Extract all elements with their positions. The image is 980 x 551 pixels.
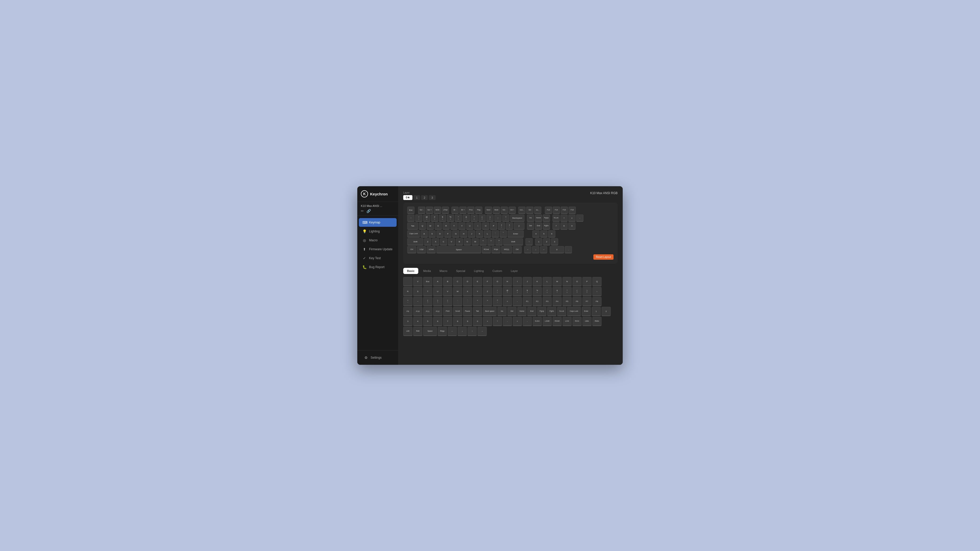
key-a[interactable]: A [421,230,428,238]
key-npad-1[interactable]: 1 [535,238,542,245]
key-minus[interactable]: _- [494,214,501,222]
grid-key-end2[interactable]: End [527,307,536,316]
grid-key-g2[interactable]: 2 [601,307,611,316]
key-npad-5[interactable]: 5 [540,230,547,238]
grid-key-dash[interactable]: _- [592,287,601,296]
grid-key-i[interactable]: I [513,277,522,286]
key-lcmd[interactable]: LCmd [427,246,436,253]
key-o[interactable]: O [482,222,489,230]
grid-key-v2[interactable]: V [443,287,452,296]
grid-key-f12[interactable]: F12 [433,307,442,316]
grid-key-g8[interactable]: 8 [453,317,462,326]
grid-key-f7[interactable]: F7 [582,297,592,306]
grid-key-qslash[interactable]: ?/ [493,297,502,306]
grid-key-r[interactable]: R [403,287,412,296]
key-semicolon[interactable]: :; [492,230,499,238]
grid-key-caret6[interactable]: ^6 [542,287,552,296]
grid-key-ralt[interactable]: RAlt [413,327,422,336]
grid-key-g3[interactable]: 3 [403,317,412,326]
grid-key-pct5[interactable]: %5 [533,287,542,296]
link-icon[interactable]: 🔗 [366,209,371,213]
grid-key-h[interactable]: H [503,277,512,286]
key-ssh[interactable]: SSH... [518,206,525,214]
grid-key-lpar9[interactable]: (9 [573,287,582,296]
grid-key-g1[interactable]: 1 [592,307,601,316]
grid-key-rpar0[interactable]: )0 [582,287,592,296]
grid-key-at2[interactable]: @2 [503,287,512,296]
key-x[interactable]: X [432,238,439,245]
grid-key-capslock[interactable]: Caps Lock [567,307,581,316]
key-rbracket[interactable]: }| [506,222,513,230]
key-space[interactable]: Space [436,246,481,253]
key-8[interactable]: *8 [471,214,478,222]
grid-key-f8[interactable]: F8 [592,297,601,306]
grid-key-f2[interactable]: F2 [533,297,542,306]
key-2[interactable]: @2 [423,214,430,222]
grid-key-rapp[interactable]: RApp [438,327,447,336]
key-mute[interactable]: Mute [493,206,500,214]
key-m[interactable]: M [472,238,479,245]
key-y[interactable]: Y [458,222,466,230]
key-npad-6[interactable]: 6 [548,230,555,238]
key-f13[interactable]: F13 [545,206,552,214]
key-ins[interactable]: Ins [527,214,534,222]
key-backspace[interactable]: Backspace [510,214,525,222]
grid-key-dol4[interactable]: $4 [523,287,532,296]
grid-key-lalt[interactable]: LAlt [403,327,412,336]
key-lopt[interactable]: LOpt [417,246,426,253]
grid-key-g4[interactable]: 4 [413,317,422,326]
sidebar-item-macro[interactable]: ◎ Macro [359,236,396,245]
grid-key-equals[interactable]: = [503,297,512,306]
grid-key-pluseq[interactable]: += [403,297,412,306]
key-rctrl[interactable]: Ctrl [513,246,522,253]
tab-custom[interactable]: Custom [489,268,506,274]
key-ropt[interactable]: ROpt [492,246,501,253]
key-b[interactable]: B [456,238,463,245]
key-tilde[interactable]: ~ [407,214,414,222]
key-arrow-up[interactable]: ↑ [525,238,533,245]
key-enter[interactable]: Enter [508,230,524,238]
grid-key-j[interactable]: J [523,277,532,286]
grid-key-f[interactable]: F [483,277,492,286]
key-r[interactable]: R [442,222,450,230]
tab-special[interactable]: Special [452,268,469,274]
key-npad-4[interactable]: 4 [532,230,539,238]
sidebar-item-keymap[interactable]: ⌨ Keymap [359,218,396,227]
grid-key-b[interactable]: B [443,277,452,286]
grid-key-tilde2[interactable]: ~ [413,297,422,306]
grid-key-rbrace[interactable]: }] [433,297,442,306]
key-j[interactable]: J [468,230,475,238]
grid-key-w[interactable]: W [453,287,462,296]
key-br-plus[interactable]: Br + [460,206,466,214]
key-s[interactable]: S [428,230,436,238]
grid-key-f6[interactable]: F6 [573,297,582,306]
sidebar-item-firmware[interactable]: ⬆ Firmware Update [359,245,396,254]
key-q[interactable]: Q [419,222,426,230]
grid-key-amp7[interactable]: &7 [552,287,562,296]
grid-key-p[interactable]: P [582,277,592,286]
grid-key-gminus2[interactable]: - [523,317,532,326]
tab-basic[interactable]: Basic [403,268,418,274]
grid-key-s[interactable]: S [413,287,422,296]
key-npad-8[interactable]: 8 [560,222,568,230]
tab-media[interactable]: Media [419,268,434,274]
sidebar-item-settings[interactable]: ⚙ Settings [360,353,395,362]
key-pgup[interactable]: PgUp [543,214,550,222]
grid-key-minus2[interactable]: - [513,297,522,306]
grid-key-ins2[interactable]: Ins [497,307,507,316]
key-t[interactable]: T [450,222,458,230]
key-u[interactable]: U [466,222,473,230]
key-d[interactable]: D [436,230,444,238]
grid-key-adown[interactable]: ↓ [458,327,467,336]
grid-key-x[interactable]: X [463,287,472,296]
key-play[interactable]: Play [475,206,482,214]
key-e[interactable]: E [434,222,442,230]
key-capslock[interactable]: Caps Lock [407,230,420,238]
key-7[interactable]: &7 [463,214,470,222]
key-quote[interactable]: "' [500,230,507,238]
key-v[interactable]: V [448,238,455,245]
key-scr-plus[interactable]: Scr + [426,206,433,214]
key-del[interactable]: Del [527,222,534,230]
key-esc[interactable]: Esc [407,206,414,214]
key-arrow-left[interactable]: ← [524,246,531,253]
